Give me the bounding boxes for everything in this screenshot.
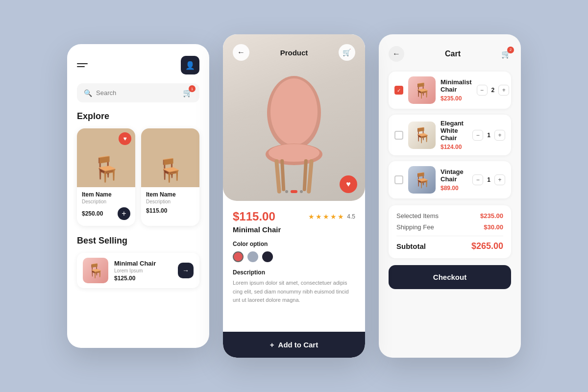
product-price-row: $115.00 ★ ★ ★ ★ ★ 4.5 bbox=[233, 210, 355, 223]
qty-value-1: 2 bbox=[491, 87, 495, 94]
add-to-cart-label: Add to Cart bbox=[278, 341, 318, 349]
explore-card-1[interactable]: ♥ 🪑 Item Name Description $250.00 + bbox=[77, 128, 135, 226]
add-to-cart-button[interactable]: + Add to Cart bbox=[223, 332, 365, 358]
description-label: Description bbox=[233, 269, 355, 276]
cart-item-3-qty: − 1 + bbox=[472, 174, 505, 185]
cart-icon: 🛒 bbox=[343, 49, 351, 56]
back-button[interactable]: ← bbox=[233, 44, 249, 61]
explore-card-2[interactable]: 🪑 Item Name Description $115.00 bbox=[141, 128, 199, 226]
shipping-label: Shipping Fee bbox=[396, 223, 434, 231]
color-option-dark[interactable] bbox=[262, 251, 273, 262]
cart-item-3-checkbox[interactable] bbox=[394, 175, 403, 184]
cart-item-1: ✓ 🪑 Minimalist Chair $235.00 − 2 + bbox=[389, 72, 511, 109]
cart-item-3-info: Vintage Chair $89.00 bbox=[441, 168, 467, 192]
chair-image-1: 🪑 bbox=[91, 155, 122, 183]
explore-card-1-body: Item Name Description bbox=[77, 187, 135, 204]
qty-increase-3[interactable]: + bbox=[494, 174, 505, 185]
explore-item-1-price: $250.00 bbox=[82, 210, 103, 217]
product-details: $115.00 ★ ★ ★ ★ ★ 4.5 Minimal Chair Colo… bbox=[223, 201, 365, 332]
color-option-red[interactable] bbox=[233, 251, 244, 262]
checkout-button[interactable]: Checkout bbox=[389, 265, 511, 289]
avatar-button[interactable]: 👤 bbox=[181, 56, 199, 74]
cart-icon-top[interactable]: 🛒 bbox=[339, 44, 355, 61]
plus-icon: + bbox=[270, 341, 274, 349]
cart-item-1-info: Minimalist Chair $235.00 bbox=[441, 78, 472, 102]
best-selling-item-1-arrow[interactable]: → bbox=[178, 263, 194, 278]
product-screen-title: Product bbox=[280, 49, 308, 57]
star-4: ★ bbox=[330, 213, 337, 220]
chair-image-2: 🪑 bbox=[156, 157, 184, 183]
back-icon: ← bbox=[237, 48, 245, 57]
cart-back-button[interactable]: ← bbox=[389, 46, 404, 62]
cart-item-2: 🪑 Elegant White Chair $124.00 − 1 + bbox=[389, 115, 511, 155]
qty-decrease-3[interactable]: − bbox=[472, 174, 483, 185]
subtotal-label: Subtotal bbox=[396, 242, 426, 250]
explore-card-1-footer: $250.00 + bbox=[77, 204, 135, 220]
explore-card-1-image: ♥ 🪑 bbox=[77, 128, 135, 187]
cart-item-1-thumb: 🪑 bbox=[408, 76, 436, 104]
user-icon: 👤 bbox=[185, 61, 195, 70]
star-3: ★ bbox=[323, 213, 329, 220]
product-hero: ← Product 🛒 bbox=[223, 34, 365, 201]
cart-badge: 1 bbox=[189, 85, 196, 92]
best-selling-list: 🪑 Minimal Chair Lorem Ipsum $125.00 → bbox=[77, 253, 199, 288]
add-to-cart-button-1[interactable]: + bbox=[118, 207, 130, 220]
qty-increase-1[interactable]: + bbox=[498, 85, 509, 96]
explore-item-1-name: Item Name bbox=[82, 191, 130, 198]
explore-card-2-footer: $115.00 bbox=[141, 204, 199, 214]
color-option-grey[interactable] bbox=[247, 251, 258, 262]
qty-value-3: 1 bbox=[487, 176, 490, 183]
menu-icon[interactable] bbox=[77, 63, 88, 67]
dot-3 bbox=[300, 190, 303, 193]
cart-item-1-qty: − 2 + bbox=[477, 85, 510, 96]
search-input[interactable] bbox=[96, 89, 179, 97]
selected-items-label: Selected Items bbox=[396, 212, 439, 220]
svg-point-1 bbox=[270, 78, 318, 145]
best-selling-item-1[interactable]: 🪑 Minimal Chair Lorem Ipsum $125.00 → bbox=[77, 253, 199, 288]
cart-item-1-checkbox[interactable]: ✓ bbox=[394, 86, 403, 95]
best-selling-title: Best Selling bbox=[77, 236, 199, 246]
explore-item-2-name: Item Name bbox=[146, 191, 195, 198]
product-chair-image bbox=[245, 74, 343, 201]
best-selling-item-1-name: Minimal Chair bbox=[114, 260, 172, 267]
cart-item-3: 🪑 Vintage Chair $89.00 − 1 + bbox=[389, 161, 511, 198]
cart-item-3-thumb: 🪑 bbox=[408, 166, 436, 194]
product-price: $115.00 bbox=[233, 210, 275, 223]
cart-item-2-info: Elegant White Chair $124.00 bbox=[441, 120, 467, 150]
qty-value-2: 1 bbox=[487, 132, 490, 139]
cart-top-icon[interactable]: 🛒 2 bbox=[501, 49, 511, 59]
description-section: Description Lorem ipsum dolor sit amet, … bbox=[233, 269, 355, 305]
home-header: 👤 bbox=[77, 56, 199, 74]
qty-decrease-1[interactable]: − bbox=[477, 85, 488, 96]
cart-button[interactable]: 🛒 1 bbox=[183, 88, 193, 98]
product-rating: ★ ★ ★ ★ ★ 4.5 bbox=[308, 213, 355, 220]
explore-title: Explore bbox=[77, 111, 199, 122]
product-screen: ← Product 🛒 bbox=[223, 34, 365, 358]
cart-item-3-price: $89.00 bbox=[441, 185, 467, 192]
product-dots bbox=[285, 190, 303, 193]
star-2: ★ bbox=[316, 213, 322, 220]
dot-2[interactable] bbox=[291, 190, 297, 193]
explore-card-2-image: 🪑 bbox=[141, 128, 199, 187]
cart-items-list: ✓ 🪑 Minimalist Chair $235.00 − 2 + 🪑 Ele… bbox=[389, 72, 511, 198]
cart-item-2-price: $124.00 bbox=[441, 144, 467, 150]
qty-increase-2[interactable]: + bbox=[494, 130, 505, 141]
dot-1 bbox=[285, 190, 288, 193]
product-favorite-button[interactable]: ♥ bbox=[340, 175, 357, 193]
explore-item-2-price: $115.00 bbox=[146, 207, 167, 214]
cart-item-3-name: Vintage Chair bbox=[441, 168, 467, 183]
qty-decrease-2[interactable]: − bbox=[472, 130, 483, 141]
best-selling-item-1-price: $125.00 bbox=[114, 275, 172, 282]
color-label: Color option bbox=[233, 241, 355, 247]
svg-rect-4 bbox=[274, 159, 281, 194]
cart-item-1-price: $235.00 bbox=[441, 95, 472, 102]
shipping-row: Shipping Fee $30.00 bbox=[396, 223, 503, 231]
favorite-button-1[interactable]: ♥ bbox=[119, 132, 131, 145]
cart-count-badge: 2 bbox=[507, 47, 514, 53]
cart-header: ← Cart 🛒 2 bbox=[389, 46, 511, 62]
cart-item-2-qty: − 1 + bbox=[472, 130, 505, 141]
cart-item-2-checkbox[interactable] bbox=[394, 131, 403, 140]
cart-title: Cart bbox=[445, 49, 461, 58]
product-name: Minimal Chair bbox=[233, 225, 355, 234]
selected-items-row: Selected Items $235.00 bbox=[396, 212, 503, 220]
